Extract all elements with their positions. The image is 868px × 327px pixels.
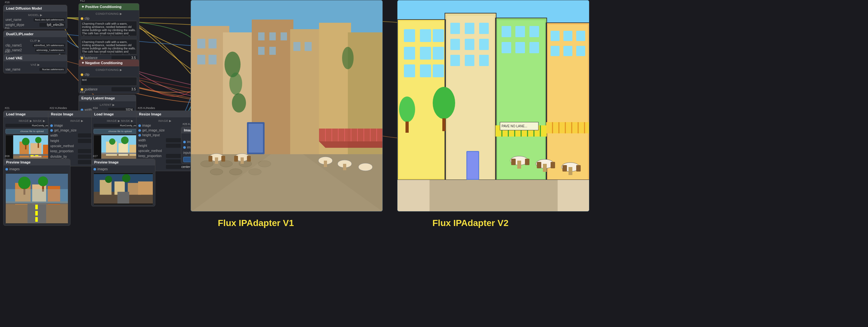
section-label: LATENT ▶: [81, 102, 134, 107]
svg-rect-76: [241, 157, 244, 164]
svg-point-82: [229, 72, 242, 95]
svg-rect-123: [450, 55, 460, 66]
svg-rect-40: [138, 181, 153, 195]
svg-rect-168: [543, 164, 547, 172]
section-label: VAE ▶: [5, 62, 65, 67]
svg-marker-92: [319, 141, 383, 148]
node-title: Load Image: [6, 112, 26, 116]
node-title: Load VAE: [6, 56, 23, 60]
node-title: ✦ Negative Conditioning: [81, 61, 123, 65]
svg-rect-107: [420, 29, 431, 42]
svg-rect-170: [568, 167, 572, 175]
svg-rect-141: [576, 46, 585, 56]
svg-rect-54: [197, 55, 205, 64]
node-title: DualCLIPLoader: [6, 32, 34, 36]
node-header-negative: ✦ Negative Conditioning: [79, 60, 139, 66]
svg-rect-62: [305, 42, 312, 51]
svg-rect-11: [38, 143, 39, 148]
svg-rect-7: [35, 155, 38, 156]
positive-text-2[interactable]: Charming French café with a warm, inviti…: [81, 39, 137, 55]
svg-rect-140: [563, 46, 572, 56]
svg-rect-171: [511, 159, 516, 165]
preview-image-2-node: #27 Preview Image images: [91, 159, 155, 206]
section-label: CONDITIONING ▶: [81, 11, 137, 16]
svg-rect-124: [465, 55, 474, 66]
flux-v1-label: Flux IPAdapter V1: [218, 218, 294, 228]
field-weight-dtype: weight_dtype fp8_e4m3fn: [5, 22, 65, 28]
svg-rect-25: [35, 211, 38, 216]
svg-rect-128: [502, 26, 511, 37]
svg-rect-58: [281, 32, 287, 40]
svg-rect-129: [515, 26, 525, 37]
svg-rect-178: [467, 152, 478, 179]
node-title: Load Image: [94, 112, 114, 116]
rendered-image-v2: PAVE NO LANE...: [397, 0, 589, 212]
node-id-13: #13: [80, 90, 85, 94]
svg-rect-130: [529, 26, 539, 37]
node-header-preview2: Preview Image: [92, 159, 155, 166]
svg-rect-74: [215, 157, 218, 164]
svg-point-83: [232, 93, 246, 113]
svg-point-84: [342, 47, 353, 69]
svg-rect-110: [420, 47, 431, 60]
node-id-12: #12: [80, 0, 85, 2]
svg-point-70: [210, 169, 223, 175]
svg-text:PAVE NO LANE...: PAVE NO LANE...: [502, 124, 527, 128]
field-guidance: guidance 3.5: [81, 87, 137, 92]
svg-point-10: [35, 137, 42, 143]
svg-rect-136: [551, 31, 560, 41]
svg-rect-114: [433, 64, 444, 77]
preview-canvas-2: [94, 173, 153, 205]
svg-rect-139: [551, 46, 560, 56]
node-id-21: #21: [5, 107, 10, 110]
node-header-vae: Load VAE: [3, 55, 67, 61]
svg-rect-64: [249, 124, 263, 153]
svg-rect-117: [450, 23, 460, 34]
svg-rect-87: [324, 160, 327, 167]
load-diffusion-model-node: #16 Load Diffusion Model MODEL ▶ unet_na…: [3, 5, 67, 29]
node-header-preview1: Preview Image: [3, 159, 70, 166]
field-unet-name: unet_name flux1-dev-fp8.safetensors: [5, 17, 65, 22]
svg-rect-9: [25, 145, 26, 149]
svg-point-8: [22, 138, 30, 146]
svg-rect-108: [433, 29, 444, 42]
node-header-clip: DualCLIPLoader: [3, 31, 67, 37]
svg-rect-176: [576, 165, 581, 172]
node-title: ✦ Positive Conditioning: [81, 5, 121, 9]
svg-rect-60: [269, 47, 276, 55]
preview-image-1-node: #08 Preview Image images: [3, 159, 70, 226]
svg-rect-175: [562, 165, 567, 172]
svg-rect-180: [442, 118, 445, 131]
negative-text[interactable]: text: [81, 77, 137, 86]
svg-rect-111: [433, 47, 444, 60]
node-id-24: #24: [93, 107, 98, 110]
rendered-image-v1: [191, 0, 383, 212]
node-header-resize2: Resize Image: [136, 111, 193, 117]
positive-text-1[interactable]: Charming French café with a warm, inviti…: [81, 21, 137, 36]
svg-rect-56: [258, 32, 265, 40]
node-title: Load Diffusion Model: [6, 6, 42, 10]
svg-rect-78: [221, 156, 225, 161]
svg-rect-112: [404, 64, 415, 77]
negative-conditioning-node: #17 ✦ Negative Conditioning CONDITIONING…: [79, 59, 139, 94]
positive-conditioning-node: #12 ✦ Positive Conditioning CONDITIONING…: [79, 3, 139, 62]
svg-rect-22: [6, 189, 68, 203]
svg-rect-24: [35, 205, 38, 209]
svg-point-71: [229, 169, 242, 175]
svg-rect-121: [465, 39, 474, 50]
svg-rect-61: [293, 42, 301, 51]
svg-rect-182: [405, 121, 409, 133]
svg-rect-52: [197, 39, 205, 49]
svg-rect-118: [465, 23, 474, 34]
svg-rect-106: [404, 29, 415, 42]
svg-rect-137: [563, 31, 572, 41]
svg-point-179: [433, 87, 455, 119]
load-vae-node: #15 Load VAE VAE ▶ vae_name flux/ae.safe…: [3, 55, 67, 73]
svg-rect-26: [35, 217, 38, 222]
svg-rect-6: [30, 155, 34, 156]
node-id-27: #27: [93, 154, 98, 158]
svg-rect-131: [502, 42, 511, 53]
svg-rect-57: [269, 32, 276, 40]
svg-rect-41: [118, 192, 129, 204]
node-title: Preview Image: [94, 160, 119, 164]
